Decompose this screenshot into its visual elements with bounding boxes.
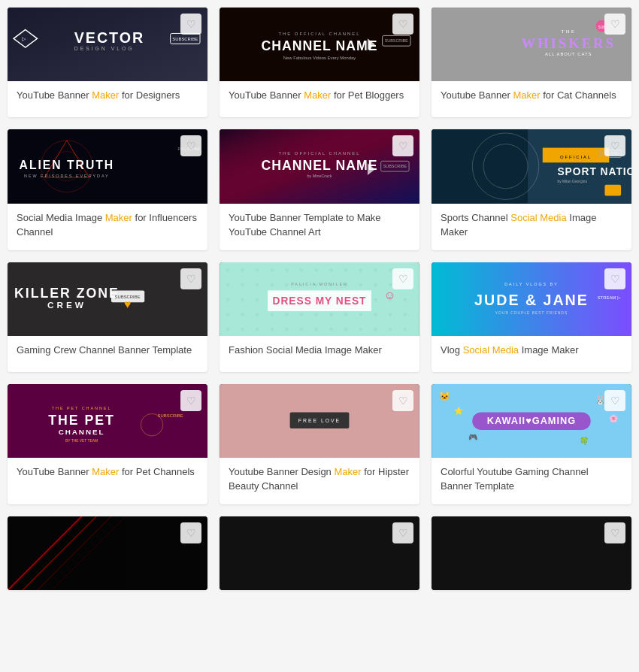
template-card-4[interactable]: ALIEN TRUTH NEW EPISODES EVERYDAY FOLLOW… bbox=[8, 129, 207, 250]
svg-text:OFFICIAL: OFFICIAL bbox=[560, 156, 592, 160]
template-card-7[interactable]: KILLER ZONE CREW SUBSCRIBE ♥ ♡Gaming Cre… bbox=[8, 262, 207, 372]
svg-text:🎮: 🎮 bbox=[468, 432, 478, 442]
template-card-10[interactable]: THE PET CHANNEL THE PET CHANNEL BY THE V… bbox=[8, 384, 207, 504]
banner-preview: THE PET CHANNEL THE PET CHANNEL BY THE V… bbox=[8, 384, 207, 458]
card-image-wrapper: 🐱 ⭐ 🐰 🌸 🎮 🍀 KAWAII♥GAMING ♡ bbox=[432, 384, 631, 458]
svg-text:YOUR COUPLE BEST FRIENDS: YOUR COUPLE BEST FRIENDS bbox=[495, 310, 568, 314]
card-image-wrapper: ♡ bbox=[432, 516, 631, 590]
card-image-wrapper: THE WHISKERS ALL ABOUT CATS SUB ♡ bbox=[432, 8, 631, 81]
card-label: YouTube Banner Maker for Designers bbox=[8, 81, 207, 117]
template-card-14[interactable]: ♡ bbox=[220, 516, 419, 590]
template-card-15[interactable]: ♡ bbox=[432, 516, 631, 590]
svg-text:DRESS MY NEST: DRESS MY NEST bbox=[273, 295, 367, 307]
card-image-wrapper: ▷ VECTOR DESIGN VLOG SUBSCRIBE ♡ bbox=[8, 8, 207, 81]
svg-text:NEW EPISODES EVERYDAY: NEW EPISODES EVERYDAY bbox=[24, 174, 110, 178]
favorite-button[interactable]: ♡ bbox=[604, 522, 625, 543]
svg-text:DESIGN VLOG: DESIGN VLOG bbox=[74, 46, 135, 51]
banner-preview: THE WHISKERS ALL ABOUT CATS SUB bbox=[432, 8, 631, 81]
card-label: YouTube Banner Maker for Pet Channels bbox=[8, 458, 207, 494]
template-card-11[interactable]: FREE LOVE ♡Youtube Banner Design Maker f… bbox=[220, 384, 419, 504]
template-card-13[interactable]: ♡ bbox=[8, 516, 207, 590]
svg-rect-48 bbox=[604, 185, 621, 196]
banner-preview: KILLER ZONE CREW SUBSCRIBE ♥ bbox=[8, 262, 207, 336]
svg-text:THE PET: THE PET bbox=[48, 413, 115, 428]
favorite-button[interactable]: ♡ bbox=[604, 135, 625, 156]
template-card-12[interactable]: 🐱 ⭐ 🐰 🌸 🎮 🍀 KAWAII♥GAMING ♡Colorful Yout… bbox=[432, 384, 631, 504]
svg-text:JUDE & JANE: JUDE & JANE bbox=[474, 292, 589, 308]
favorite-button[interactable]: ♡ bbox=[604, 390, 625, 411]
svg-text:New Fabulous Videos Every Mond: New Fabulous Videos Every Monday bbox=[283, 56, 356, 60]
favorite-button[interactable]: ♡ bbox=[180, 14, 201, 35]
favorite-button[interactable]: ♡ bbox=[604, 14, 625, 35]
card-image-wrapper: THE OFFICIAL CHANNEL CHANNEL NAME New Fa… bbox=[220, 8, 419, 81]
favorite-button[interactable]: ♡ bbox=[604, 268, 625, 289]
banner-preview: DAILY VLOGS BY JUDE & JANE YOUR COUPLE B… bbox=[432, 262, 631, 336]
template-card-2[interactable]: THE OFFICIAL CHANNEL CHANNEL NAME New Fa… bbox=[220, 8, 419, 117]
card-label: Fashion Social Media Image Maker bbox=[220, 336, 419, 372]
template-card-5[interactable]: THE OFFICIAL CHANNEL CHANNEL NAME by Min… bbox=[220, 129, 419, 250]
favorite-button[interactable]: ♡ bbox=[392, 268, 413, 289]
svg-text:CHANNEL NAME: CHANNEL NAME bbox=[261, 38, 377, 53]
banner-preview: ALIEN TRUTH NEW EPISODES EVERYDAY FOLLOW… bbox=[8, 129, 207, 203]
template-card-8[interactable]: ♥ PALICIA MONILER DRESS MY NEST ☺ ♡Fashi… bbox=[220, 262, 419, 372]
card-image-wrapper: OFFICIAL SPORT NATION by Milan Georgiou … bbox=[432, 129, 631, 203]
svg-rect-86 bbox=[8, 516, 207, 590]
card-image-wrapper: ♡ bbox=[8, 516, 207, 590]
favorite-button[interactable]: ♡ bbox=[180, 390, 201, 411]
banner-preview: OFFICIAL SPORT NATION by Milan Georgiou … bbox=[432, 129, 631, 203]
favorite-button[interactable]: ♡ bbox=[392, 522, 413, 543]
banner-preview bbox=[432, 516, 631, 590]
banner-preview: THE OFFICIAL CHANNEL CHANNEL NAME by Min… bbox=[220, 129, 419, 203]
svg-rect-92 bbox=[432, 516, 631, 590]
template-card-9[interactable]: DAILY VLOGS BY JUDE & JANE YOUR COUPLE B… bbox=[432, 262, 631, 372]
card-label: Vlog Social Media Image Maker bbox=[432, 336, 631, 372]
card-image-wrapper: ♡ bbox=[220, 516, 419, 590]
svg-rect-38 bbox=[432, 129, 528, 203]
banner-preview bbox=[8, 516, 207, 590]
template-card-3[interactable]: THE WHISKERS ALL ABOUT CATS SUB ♡Youtube… bbox=[432, 8, 631, 117]
banner-preview bbox=[220, 516, 419, 590]
card-label: Gaming Crew Channel Banner Template bbox=[8, 336, 207, 372]
svg-text:♥: ♥ bbox=[124, 298, 131, 310]
template-card-6[interactable]: OFFICIAL SPORT NATION by Milan Georgiou … bbox=[432, 129, 631, 250]
banner-preview: ♥ PALICIA MONILER DRESS MY NEST ☺ bbox=[220, 262, 419, 336]
svg-text:CHANNEL: CHANNEL bbox=[59, 428, 105, 436]
svg-text:SUBSCRIBE: SUBSCRIBE bbox=[383, 165, 407, 169]
svg-text:⭐: ⭐ bbox=[454, 406, 464, 416]
favorite-button[interactable]: ♡ bbox=[392, 390, 413, 411]
card-label: YouTube Banner Template to Make YouTube … bbox=[220, 204, 419, 250]
svg-text:WHISKERS: WHISKERS bbox=[522, 35, 616, 51]
svg-text:SUBSCRIBE: SUBSCRIBE bbox=[172, 37, 198, 41]
svg-text:THE: THE bbox=[562, 29, 576, 34]
favorite-button[interactable]: ♡ bbox=[180, 135, 201, 156]
banner-preview: THE OFFICIAL CHANNEL CHANNEL NAME New Fa… bbox=[220, 8, 419, 81]
banner-preview: FREE LOVE bbox=[220, 384, 419, 458]
card-label: Colorful Youtube Gaming Channel Banner T… bbox=[432, 458, 631, 504]
svg-text:CHANNEL NAME: CHANNEL NAME bbox=[261, 159, 377, 174]
template-card-1[interactable]: ▷ VECTOR DESIGN VLOG SUBSCRIBE ♡YouTube … bbox=[8, 8, 207, 117]
favorite-button[interactable]: ♡ bbox=[392, 14, 413, 35]
card-label: Youtube Banner Maker for Cat Channels bbox=[432, 81, 631, 117]
card-image-wrapper: DAILY VLOGS BY JUDE & JANE YOUR COUPLE B… bbox=[432, 262, 631, 336]
svg-text:THE OFFICIAL CHANNEL: THE OFFICIAL CHANNEL bbox=[279, 32, 361, 36]
favorite-button[interactable]: ♡ bbox=[180, 268, 201, 289]
svg-text:STREAM ▷: STREAM ▷ bbox=[598, 295, 621, 300]
card-image-wrapper: ALIEN TRUTH NEW EPISODES EVERYDAY FOLLOW… bbox=[8, 129, 207, 203]
favorite-button[interactable]: ♡ bbox=[180, 522, 201, 543]
svg-text:THE PET CHANNEL: THE PET CHANNEL bbox=[52, 406, 112, 410]
favorite-button[interactable]: ♡ bbox=[392, 135, 413, 156]
svg-text:SUBSCRIBE: SUBSCRIBE bbox=[158, 413, 183, 418]
svg-text:KILLER ZONE: KILLER ZONE bbox=[14, 286, 120, 301]
svg-text:BY THE VET TEAM: BY THE VET TEAM bbox=[65, 439, 98, 443]
card-label: YouTube Banner Maker for Pet Bloggers bbox=[220, 81, 419, 117]
card-image-wrapper: THE OFFICIAL CHANNEL CHANNEL NAME by Min… bbox=[220, 129, 419, 203]
svg-text:PALICIA MONILER: PALICIA MONILER bbox=[291, 282, 348, 286]
svg-text:VECTOR: VECTOR bbox=[74, 29, 144, 46]
card-image-wrapper: FREE LOVE ♡ bbox=[220, 384, 419, 458]
svg-text:KAWAII♥GAMING: KAWAII♥GAMING bbox=[487, 415, 576, 426]
svg-text:THE OFFICIAL CHANNEL: THE OFFICIAL CHANNEL bbox=[279, 152, 361, 156]
svg-text:SUBSCRIBE: SUBSCRIBE bbox=[385, 38, 409, 43]
card-label: Youtube Banner Design Maker for Hipster … bbox=[220, 458, 419, 504]
svg-text:ALL ABOUT CATS: ALL ABOUT CATS bbox=[545, 52, 592, 56]
svg-text:🌸: 🌸 bbox=[609, 413, 619, 423]
